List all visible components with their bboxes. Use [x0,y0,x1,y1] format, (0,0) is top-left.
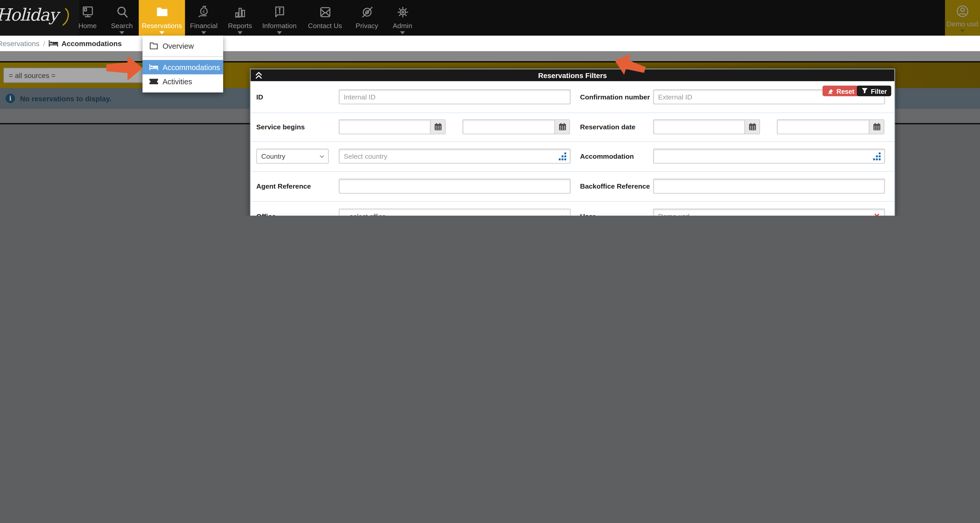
alert-text: No reservations to display. [20,95,111,102]
menu-item-accommodations[interactable]: Accommodations [143,60,223,75]
user-field: ✕ [653,209,885,216]
agent-reference-input[interactable] [339,179,570,193]
id-input[interactable] [339,90,570,103]
agent-reference-field [339,178,571,194]
reset-button[interactable]: Reset [823,86,859,96]
chevron-down-icon [561,215,566,216]
user-name: Demo usd [947,20,978,27]
office-select[interactable]: = select office = [339,209,571,216]
calendar-icon [749,123,756,130]
panel-body: ID Confirmation number Service begins Re… [251,81,894,216]
nav-item-home[interactable]: Home [70,0,105,35]
reservation-date-from-input[interactable] [654,120,745,134]
nav-item-label: Admin [393,22,412,29]
money-hand-icon: € [196,5,212,20]
country-search-field [339,149,571,164]
nav-item-reports[interactable]: Reports [223,0,258,35]
reservation-date-label: Reservation date [580,112,650,141]
user-menu[interactable]: Demo usd [945,0,980,35]
backoffice-reference-field [653,178,885,194]
clear-x-icon[interactable]: ✕ [874,212,880,216]
bed-icon [150,64,158,71]
nav-item-financial[interactable]: € Financial [185,0,223,35]
nav-item-label: Home [78,22,97,29]
accommodation-field [653,149,885,164]
calendar-icon [434,123,442,130]
bed-icon [49,40,58,47]
reservations-dropdown-menu: Overview Accommodations Activities [143,35,223,92]
agent-reference-label: Agent Reference [256,171,336,201]
chevron-down-icon [237,31,242,34]
nav-item-label: Reports [228,22,252,29]
row-divider [251,112,894,113]
calendar-icon [873,123,880,130]
row-divider [251,141,894,142]
nav-item-contact-us[interactable]: Contact Us [301,0,349,35]
filter-button[interactable]: Filter [857,86,891,96]
row-divider [251,171,894,172]
service-begins-from-field [339,119,445,134]
envelope-icon [317,5,333,20]
country-type-select[interactable]: Country [256,149,329,164]
calendar-button[interactable] [554,120,570,134]
service-begins-from-input[interactable] [339,120,430,134]
nav-item-label: Reservations [142,22,182,29]
service-begins-label: Service begins [256,112,336,141]
nav-item-information[interactable]: Information [258,0,301,35]
nav-item-privacy[interactable]: Privacy [349,0,385,35]
bar-chart-icon [232,5,248,20]
breadcrumb: Reservations / Accommodations [0,40,122,47]
reservations-filters-panel: Reservations Filters ID Confirmation num… [250,69,895,216]
calendar-button[interactable] [869,120,884,134]
accommodation-label: Accommodation [580,141,650,171]
chevron-down-icon [119,31,124,34]
folder-icon [154,5,170,20]
service-begins-to-field [463,119,570,134]
calendar-button[interactable] [745,120,759,134]
panel-header[interactable]: Reservations Filters [251,69,894,81]
nav-item-search[interactable]: Search [105,0,139,35]
search-icon [114,5,130,20]
panel-title: Reservations Filters [251,69,894,81]
user-input[interactable] [654,209,873,216]
activities-icon [150,78,158,85]
nav-item-label: Contact Us [308,22,342,29]
id-label: ID [256,81,336,112]
menu-item-overview[interactable]: Overview [143,39,223,53]
office-label: Office [256,201,336,216]
country-search-input[interactable] [339,149,559,163]
privacy-eye-icon [359,5,375,20]
nav-item-admin[interactable]: Admin [385,0,420,35]
calendar-button[interactable] [430,120,445,134]
screen: Holiday Home Search Reservations € Finan… [0,0,980,216]
sources-select[interactable]: = all sources = [3,67,159,83]
breadcrumb-reservations[interactable]: Reservations [0,40,40,47]
autocomplete-stairs-icon [559,152,566,160]
service-begins-to-input[interactable] [463,120,554,134]
reservation-date-to-input[interactable] [777,120,869,134]
gear-icon [395,5,410,20]
reservation-date-to-field [777,119,885,134]
breadcrumb-separator: / [43,40,45,47]
funnel-icon [861,87,869,94]
backoffice-reference-input[interactable] [654,179,885,193]
chevron-down-icon [277,31,282,34]
info-circle-icon: i [6,94,15,103]
nav-item-reservations[interactable]: Reservations [139,0,185,35]
nav-item-label: Privacy [356,22,378,29]
nav-items: Home Search Reservations € Financial Rep… [70,0,420,35]
id-field [339,89,571,104]
chevron-down-icon [201,31,206,34]
app-logo[interactable]: Holiday [0,0,80,35]
row-divider [251,201,894,202]
reservation-date-from-field [653,119,760,134]
breadcrumb-accommodations: Accommodations [49,40,122,47]
user-circle-icon [955,4,970,19]
menu-item-activities[interactable]: Activities [143,75,223,89]
confirmation-number-label: Confirmation number [580,81,650,112]
monitor-icon [80,5,95,20]
nav-item-label: Search [111,22,133,29]
info-bubble-icon [272,5,287,20]
accommodation-input[interactable] [654,149,873,163]
nav-item-label: Financial [190,22,218,29]
